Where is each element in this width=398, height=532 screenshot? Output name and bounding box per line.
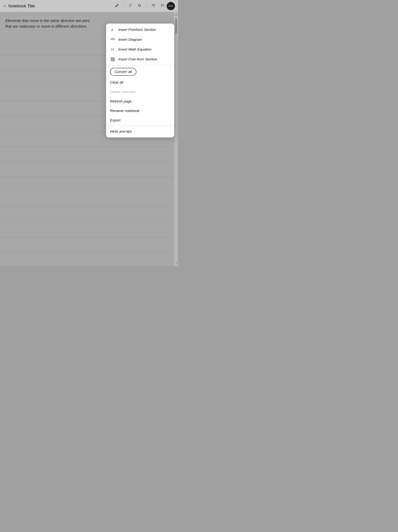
more-button[interactable]: ••• <box>167 2 175 10</box>
eraser-button[interactable] <box>135 2 144 10</box>
freeform-icon <box>110 27 115 32</box>
insert-freeform-label: Insert Freeform Section <box>118 28 156 32</box>
dropdown-menu: Insert Freeform Section Insert Diagram <box>106 24 174 138</box>
menu-item-refresh-page[interactable]: Refresh page <box>106 97 174 106</box>
divider-before-hints <box>106 126 174 126</box>
main-content: Elements that move in the same direction… <box>0 12 178 266</box>
toolbar: ← Notebook Title <box>0 0 178 12</box>
menu-item-rename-notebook[interactable]: Rename notebook <box>106 106 174 116</box>
menu-item-insert-freeform[interactable]: Insert Freeform Section <box>106 25 174 35</box>
rule-line <box>0 192 174 192</box>
redo-button[interactable] <box>158 2 167 10</box>
svg-rect-6 <box>111 57 114 61</box>
diagram-icon <box>110 37 115 42</box>
delete-selection-label: Delete selection <box>110 90 136 94</box>
menu-item-export[interactable]: Export <box>106 116 174 125</box>
back-icon: ← <box>3 4 7 8</box>
insert-diagram-label: Insert Diagram <box>118 38 142 42</box>
insert-math-label: Insert Math Equation <box>118 47 151 51</box>
notebook-title: Notebook Title <box>8 4 35 8</box>
dropdown-menu-inner: Insert Freeform Section Insert Diagram <box>106 24 174 137</box>
scroll-down-arrow[interactable]: ∨ <box>174 261 178 266</box>
export-label: Export <box>110 118 120 122</box>
undo-button[interactable] <box>149 2 157 10</box>
toolbar-left: ← Notebook Title <box>3 4 112 8</box>
rule-line <box>0 207 174 207</box>
back-button[interactable]: ← Notebook Title <box>3 4 35 8</box>
scrollbar-thumb[interactable] <box>175 18 177 33</box>
refresh-page-label: Refresh page <box>110 99 132 103</box>
hints-tips-label: Hints and tips <box>110 129 132 133</box>
menu-item-delete-selection[interactable]: Delete selection <box>106 87 174 97</box>
rule-line <box>0 161 174 162</box>
annotate-button[interactable] <box>112 2 121 10</box>
math-icon <box>110 47 115 52</box>
rule-line <box>0 146 174 146</box>
divider-after-inserts <box>106 65 174 65</box>
menu-item-clear-all[interactable]: Clear all <box>106 78 174 87</box>
svg-marker-2 <box>138 4 141 7</box>
scroll-up-arrow[interactable]: ∧ <box>174 12 178 17</box>
svg-point-4 <box>113 38 115 40</box>
pen-icon <box>128 3 132 9</box>
rule-line <box>0 252 174 253</box>
rule-line <box>0 177 174 177</box>
rename-notebook-label: Rename notebook <box>110 109 139 113</box>
convert-all-button[interactable]: Convert all <box>110 68 136 76</box>
menu-item-insert-freeform-section[interactable]: Insert Free-form Section <box>106 54 174 64</box>
toolbar-center <box>112 2 167 10</box>
pen-button[interactable] <box>126 2 135 10</box>
redo-icon <box>160 3 165 9</box>
annotate-icon <box>114 3 119 9</box>
menu-item-hints-tips[interactable]: Hints and tips <box>106 127 174 136</box>
insert-freeform-section-label: Insert Free-form Section <box>118 57 157 61</box>
menu-item-convert-all[interactable]: Convert all <box>106 66 174 78</box>
clear-all-label: Clear all <box>110 80 123 84</box>
menu-item-insert-math[interactable]: Insert Math Equation <box>106 44 174 54</box>
eraser-icon <box>137 3 142 9</box>
undo-icon <box>151 3 155 9</box>
scrollbar-track: ∧ ∨ <box>174 12 178 266</box>
more-icon: ••• <box>169 4 173 8</box>
toolbar-right: ••• <box>167 2 175 10</box>
divider-2 <box>146 3 147 9</box>
rule-line <box>0 237 174 237</box>
rule-line <box>0 222 174 222</box>
svg-rect-3 <box>111 38 112 40</box>
menu-item-insert-diagram[interactable]: Insert Diagram <box>106 35 174 44</box>
table-icon <box>110 57 115 62</box>
